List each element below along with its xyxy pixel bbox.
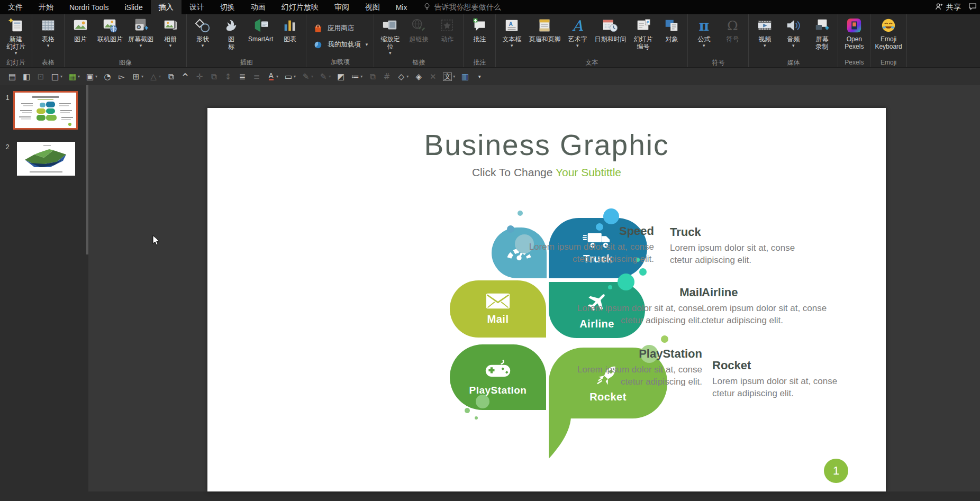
quick-toolbar: ▤ ▾ ◧ ▾ ⊡ ▾ □ ▾ ▦ ▾ ▣ ▾ ◔ ▾ bbox=[0, 68, 980, 86]
slide-2-thumbnail[interactable] bbox=[17, 142, 75, 176]
combine-shapes-button[interactable]: ◇ ▾ bbox=[394, 70, 411, 84]
insert-chart-button[interactable]: ▥ ▾ bbox=[458, 70, 472, 84]
tab-home[interactable]: 开始 bbox=[31, 0, 61, 14]
tab-design[interactable]: 设计 bbox=[182, 0, 212, 14]
header-footer-button[interactable]: 页眉和页脚 ▾ bbox=[526, 15, 563, 59]
my-addins-button[interactable]: 我的加载项 ▾ bbox=[312, 39, 368, 51]
comments-button[interactable] bbox=[967, 0, 980, 14]
dropdown-caret: ▾ bbox=[792, 43, 795, 48]
shapes-button[interactable]: 形状 ▾ bbox=[188, 15, 217, 59]
save-button[interactable]: ▤ ▾ bbox=[5, 70, 19, 84]
tab-slideshow[interactable]: 幻灯片放映 bbox=[274, 0, 326, 14]
slide-canvas[interactable]: Business Graphic Click To Change Your Su… bbox=[207, 108, 886, 491]
app-store-button[interactable]: 应用商店 ▾ bbox=[312, 23, 361, 34]
video-button[interactable]: 视频 ▾ bbox=[750, 15, 779, 59]
more-button[interactable]: ▾ ▾ bbox=[473, 70, 486, 84]
resize-button[interactable]: ↕ ▾ bbox=[221, 70, 235, 84]
tab-nordri-tools[interactable]: Nordri Tools bbox=[61, 0, 116, 14]
view-toggle-button[interactable]: ◧ ▾ bbox=[20, 70, 33, 84]
wordart-button[interactable]: A 艺术字 ▾ bbox=[563, 15, 592, 59]
q-para: ≡ bbox=[252, 72, 261, 81]
equation-button[interactable]: π 公式 ▾ bbox=[689, 15, 718, 59]
tell-me-search[interactable]: 告诉我你想要做什么 bbox=[415, 0, 509, 14]
hyperlink-button[interactable]: 超链接 ▾ bbox=[404, 15, 433, 59]
zoom-link-button[interactable]: 缩放定 位 ▾ bbox=[376, 15, 404, 59]
subtract-shapes-button[interactable]: ◈ ▾ bbox=[412, 70, 425, 84]
table-button[interactable]: 表格 ▾ bbox=[34, 15, 62, 59]
animation-preview-button[interactable]: ◔ ▾ bbox=[101, 70, 114, 84]
open-pexels-button[interactable]: Open Pexels ▾ bbox=[840, 15, 868, 59]
symbol-button[interactable]: Ω 符号 ▾ bbox=[718, 15, 747, 59]
tab-insert[interactable]: 插入 bbox=[151, 0, 182, 14]
tab-mix[interactable]: Mix bbox=[388, 0, 415, 14]
tab-file[interactable]: 文件 bbox=[0, 0, 31, 14]
pen-button[interactable]: ✎ ▾ bbox=[316, 70, 333, 84]
emoji-keyboard-button[interactable]: Emoji Keyboard ▾ bbox=[872, 15, 904, 59]
slide-title[interactable]: Business Graphic bbox=[207, 128, 886, 162]
slide-1-thumbnail[interactable] bbox=[15, 93, 76, 128]
screenshot-button[interactable]: 屏幕截图 ▾ bbox=[125, 15, 156, 59]
chart-button[interactable]: 图表 ▾ bbox=[276, 15, 304, 59]
ink-button[interactable]: ✎ ▾ bbox=[299, 70, 316, 84]
text-block-truck[interactable]: Truck Lorem ipsum dolor sit at, consecte… bbox=[670, 225, 807, 266]
text-block-mail[interactable]: Mail Lorem ipsum dolor sit at, consectet… bbox=[565, 286, 702, 326]
table-layout-button[interactable]: ⊞ ▾ bbox=[129, 70, 146, 84]
bring-forward-button[interactable]: ⧉ ▾ bbox=[164, 70, 178, 84]
petal-mail[interactable]: Mail bbox=[450, 280, 546, 338]
slide-subtitle[interactable]: Click To Change Your Subtittle bbox=[207, 166, 886, 179]
object-button[interactable]: 对象 ▾ bbox=[657, 15, 686, 59]
indent-button[interactable]: ≔ ▾ bbox=[348, 70, 365, 84]
tab-animations[interactable]: 动画 bbox=[243, 0, 274, 14]
tab-islide[interactable]: iSlide bbox=[116, 0, 150, 14]
new-slide-button[interactable]: 新建 幻灯片 ▾ bbox=[2, 15, 30, 59]
q-more: ▾ bbox=[475, 72, 484, 81]
text-block-rocket[interactable]: Rocket Lorem ipsum dolor sit at, consect… bbox=[712, 359, 850, 399]
tab-label: 幻灯片放映 bbox=[282, 3, 319, 12]
text-block-playstation[interactable]: PlayStation Lorem ipsum dolor sit at, co… bbox=[565, 347, 702, 388]
collapse-ribbon-button[interactable]: ^ ▾ bbox=[178, 70, 192, 84]
text-direction-button[interactable]: 文 ▾ bbox=[440, 70, 458, 84]
snap-button[interactable]: # ▾ bbox=[380, 70, 394, 84]
petal-playstation[interactable]: PlayStation bbox=[450, 344, 546, 410]
picture-button[interactable]: 图片 ▾ bbox=[66, 15, 95, 59]
icons-button[interactable]: 图 标 ▾ bbox=[217, 15, 246, 59]
fill-swatch-button[interactable]: ◩ ▾ bbox=[334, 70, 348, 84]
slides-panel[interactable]: 1 bbox=[0, 85, 88, 501]
shape-fill-button[interactable]: □ ▾ bbox=[48, 70, 65, 84]
item-heading: Mail bbox=[565, 286, 702, 299]
ribbon-group-comments: 批注 ▾ 批注 bbox=[464, 14, 496, 67]
copy-button[interactable]: ⧉ ▾ bbox=[207, 70, 221, 84]
screen-record-button[interactable]: 屏幕 录制 ▾ bbox=[807, 15, 836, 59]
duplicate-button[interactable]: ⧉ ▾ bbox=[366, 70, 379, 84]
share-button[interactable]: 共享 bbox=[928, 0, 967, 14]
shape-outline-button[interactable]: ▭ ▾ bbox=[282, 70, 298, 84]
text-block-speed[interactable]: Speed Lorem ipsum dolor sit at, consecte… bbox=[516, 224, 654, 265]
fit-window-button[interactable]: ⊡ ▾ bbox=[34, 70, 48, 84]
slide-number-label: 1 bbox=[0, 93, 15, 128]
align-button[interactable]: ✛ ▾ bbox=[193, 70, 206, 84]
select-objects-button[interactable]: ▻ ▾ bbox=[115, 70, 129, 84]
text-style-button[interactable]: ▣ ▾ bbox=[83, 70, 100, 84]
datetime-button[interactable]: 日期和时间 ▾ bbox=[592, 15, 629, 59]
slide-thumbnail-row-1: 1 bbox=[0, 93, 88, 128]
tab-view[interactable]: 视图 bbox=[357, 0, 388, 14]
textbox-button[interactable]: A 文本框 ▾ bbox=[497, 15, 526, 59]
paragraph-button[interactable]: ≡ ▾ bbox=[250, 70, 264, 84]
font-color-button[interactable]: A ▾ bbox=[264, 70, 281, 84]
text-block-airline[interactable]: Airline Lorem ipsum dolor sit at, consec… bbox=[702, 286, 839, 326]
edit-points-button[interactable]: ✕ ▾ bbox=[426, 70, 440, 84]
item-body: Lorem ipsum dolor sit at, consectetur ad… bbox=[516, 241, 654, 265]
tab-review[interactable]: 审阅 bbox=[326, 0, 357, 14]
comment-button[interactable]: 批注 ▾ bbox=[465, 15, 494, 59]
rotate-button[interactable]: △ ▾ bbox=[147, 70, 164, 84]
online-pictures-button[interactable]: 联机图片 ▾ bbox=[95, 15, 125, 59]
photo-album-button[interactable]: 相册 ▾ bbox=[156, 15, 185, 59]
editor-canvas[interactable]: Business Graphic Click To Change Your Su… bbox=[88, 85, 980, 501]
theme-colors-button[interactable]: ▦ ▾ bbox=[66, 70, 83, 84]
action-button[interactable]: 动作 ▾ bbox=[433, 15, 461, 59]
text-align-button[interactable]: ≣ ▾ bbox=[235, 70, 249, 84]
smartart-button[interactable]: SmartArt ▾ bbox=[246, 15, 276, 59]
tab-transitions[interactable]: 切换 bbox=[212, 0, 243, 14]
audio-button[interactable]: 音频 ▾ bbox=[779, 15, 807, 59]
slide-number-button[interactable]: # 幻灯片 编号 ▾ bbox=[629, 15, 657, 59]
